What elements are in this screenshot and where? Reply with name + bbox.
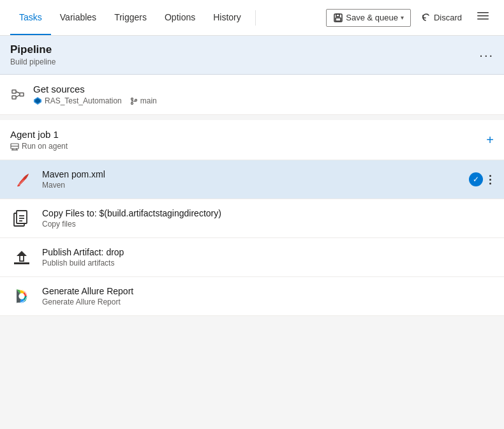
svg-rect-30 bbox=[14, 262, 29, 264]
repo-icon bbox=[33, 96, 42, 105]
branch-icon bbox=[130, 97, 138, 105]
task-maven-actions: ✓ bbox=[469, 172, 494, 187]
task-publish-title: Publish Artifact: drop bbox=[42, 247, 494, 257]
repo-meta: RAS_Test_Automation bbox=[33, 96, 122, 105]
get-sources-meta: RAS_Test_Automation main bbox=[33, 96, 157, 105]
nav-actions: Save & queue ▾ Discard bbox=[326, 7, 494, 28]
tab-options[interactable]: Options bbox=[156, 0, 204, 35]
task-copy-subtitle: Copy files bbox=[42, 220, 494, 229]
agent-job-info: Agent job 1 Run on agent bbox=[10, 129, 68, 151]
nav-tabs: Tasks Variables Triggers Options History bbox=[10, 0, 250, 35]
allure-icon bbox=[10, 285, 33, 308]
svg-rect-6 bbox=[12, 90, 16, 93]
task-maven-title: Maven pom.xml bbox=[42, 169, 460, 179]
save-queue-button[interactable]: Save & queue ▾ bbox=[326, 9, 411, 27]
dropdown-arrow-icon: ▾ bbox=[401, 14, 404, 21]
task-item-maven[interactable]: Maven pom.xml Maven ✓ bbox=[0, 160, 504, 199]
svg-rect-5 bbox=[477, 19, 489, 20]
task-item-publish-artifact[interactable]: Publish Artifact: drop Publish build art… bbox=[0, 238, 504, 277]
top-nav: Tasks Variables Triggers Options History… bbox=[0, 0, 504, 36]
tab-triggers[interactable]: Triggers bbox=[105, 0, 156, 35]
agent-job-section: Agent job 1 Run on agent + bbox=[0, 120, 504, 160]
agent-job-title: Agent job 1 bbox=[10, 129, 68, 140]
discard-button[interactable]: Discard bbox=[416, 10, 467, 26]
branch-meta: main bbox=[130, 96, 157, 105]
svg-line-9 bbox=[16, 92, 20, 94]
tab-variables[interactable]: Variables bbox=[51, 0, 105, 35]
svg-rect-4 bbox=[477, 15, 489, 17]
svg-rect-3 bbox=[477, 12, 489, 13]
maven-icon bbox=[10, 168, 33, 191]
tab-tasks[interactable]: Tasks bbox=[10, 0, 51, 35]
svg-rect-24 bbox=[17, 211, 27, 223]
svg-point-14 bbox=[131, 102, 133, 104]
more-options-button[interactable] bbox=[472, 7, 494, 28]
pipeline-header: Pipeline Build pipeline ··· bbox=[0, 36, 504, 75]
pipeline-info: Pipeline Build pipeline bbox=[10, 43, 56, 66]
pipeline-subtitle: Build pipeline bbox=[10, 57, 56, 66]
agent-job-meta: Run on agent bbox=[10, 142, 68, 151]
maven-logo bbox=[11, 169, 33, 190]
hamburger-icon bbox=[477, 10, 489, 22]
svg-line-10 bbox=[16, 95, 20, 98]
task-item-copy-files[interactable]: Copy Files to: $(build.artifactstagingdi… bbox=[0, 199, 504, 238]
task-copy-title: Copy Files to: $(build.artifactstagingdi… bbox=[42, 208, 494, 218]
svg-rect-2 bbox=[336, 18, 341, 21]
discard-icon bbox=[421, 13, 431, 23]
get-sources-icon bbox=[10, 87, 26, 102]
task-maven-info: Maven pom.xml Maven bbox=[42, 169, 460, 190]
svg-point-31 bbox=[19, 293, 24, 299]
svg-rect-7 bbox=[12, 96, 16, 99]
save-icon bbox=[333, 13, 343, 23]
task-allure-subtitle: Generate Allure Report bbox=[42, 297, 494, 306]
main-content: Pipeline Build pipeline ··· Get sources bbox=[0, 36, 504, 316]
get-sources-title: Get sources bbox=[33, 84, 157, 94]
pipeline-more-button[interactable]: ··· bbox=[479, 49, 494, 61]
task-maven-menu-button[interactable] bbox=[487, 172, 494, 187]
agent-icon bbox=[10, 142, 19, 151]
task-maven-subtitle: Maven bbox=[42, 181, 460, 190]
get-sources-section[interactable]: Get sources RAS_Test_Automation bbox=[0, 75, 504, 115]
task-copy-info: Copy Files to: $(build.artifactstagingdi… bbox=[42, 208, 494, 229]
copy-files-icon bbox=[10, 207, 33, 230]
task-publish-info: Publish Artifact: drop Publish build art… bbox=[42, 247, 494, 267]
task-publish-subtitle: Publish build artifacts bbox=[42, 259, 494, 267]
tab-history[interactable]: History bbox=[204, 0, 250, 35]
task-item-allure[interactable]: Generate Allure Report Generate Allure R… bbox=[0, 277, 504, 316]
task-check-icon: ✓ bbox=[469, 172, 483, 186]
publish-artifact-icon bbox=[10, 246, 33, 269]
task-allure-info: Generate Allure Report Generate Allure R… bbox=[42, 286, 494, 306]
allure-logo bbox=[11, 286, 32, 306]
get-sources-info: Get sources RAS_Test_Automation bbox=[33, 84, 157, 105]
publish-logo bbox=[11, 247, 32, 267]
pipeline-title: Pipeline bbox=[10, 43, 56, 56]
task-allure-title: Generate Allure Report bbox=[42, 286, 494, 296]
svg-rect-29 bbox=[20, 255, 24, 261]
copy-files-logo bbox=[11, 208, 32, 229]
svg-rect-8 bbox=[20, 93, 24, 96]
svg-rect-1 bbox=[336, 14, 339, 17]
add-task-button[interactable]: + bbox=[486, 133, 494, 147]
nav-divider bbox=[255, 10, 256, 26]
